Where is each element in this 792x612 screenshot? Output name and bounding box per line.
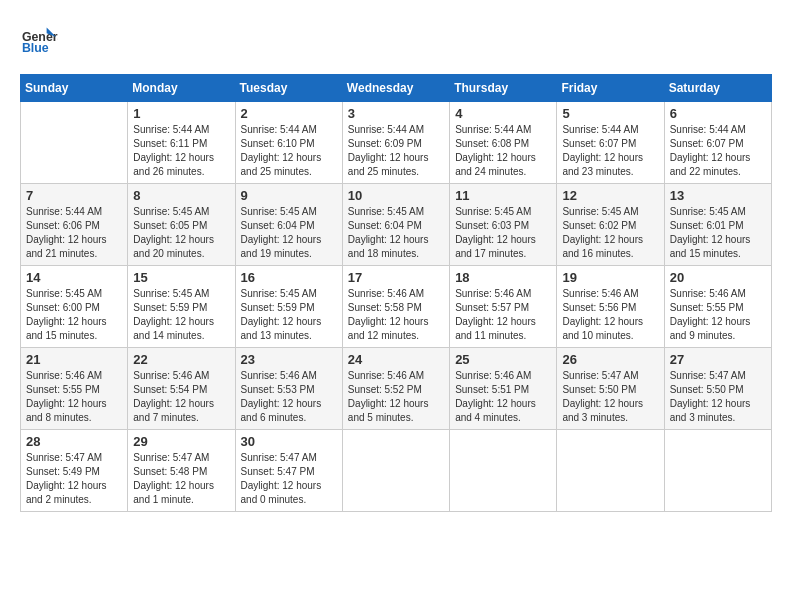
svg-text:Blue: Blue [22, 41, 49, 55]
calendar-week-5: 28Sunrise: 5:47 AM Sunset: 5:49 PM Dayli… [21, 430, 772, 512]
calendar-table: SundayMondayTuesdayWednesdayThursdayFrid… [20, 74, 772, 512]
calendar-cell: 18Sunrise: 5:46 AM Sunset: 5:57 PM Dayli… [450, 266, 557, 348]
day-number: 19 [562, 270, 658, 285]
day-info: Sunrise: 5:45 AM Sunset: 6:04 PM Dayligh… [348, 205, 444, 261]
calendar-cell: 1Sunrise: 5:44 AM Sunset: 6:11 PM Daylig… [128, 102, 235, 184]
day-number: 14 [26, 270, 122, 285]
logo-icon: General Blue [20, 20, 58, 58]
day-info: Sunrise: 5:44 AM Sunset: 6:06 PM Dayligh… [26, 205, 122, 261]
calendar-cell: 21Sunrise: 5:46 AM Sunset: 5:55 PM Dayli… [21, 348, 128, 430]
calendar-cell: 6Sunrise: 5:44 AM Sunset: 6:07 PM Daylig… [664, 102, 771, 184]
day-number: 26 [562, 352, 658, 367]
column-header-wednesday: Wednesday [342, 75, 449, 102]
day-info: Sunrise: 5:46 AM Sunset: 5:55 PM Dayligh… [670, 287, 766, 343]
calendar-week-2: 7Sunrise: 5:44 AM Sunset: 6:06 PM Daylig… [21, 184, 772, 266]
calendar-cell: 17Sunrise: 5:46 AM Sunset: 5:58 PM Dayli… [342, 266, 449, 348]
day-info: Sunrise: 5:44 AM Sunset: 6:09 PM Dayligh… [348, 123, 444, 179]
calendar-week-1: 1Sunrise: 5:44 AM Sunset: 6:11 PM Daylig… [21, 102, 772, 184]
day-number: 30 [241, 434, 337, 449]
day-number: 25 [455, 352, 551, 367]
day-number: 21 [26, 352, 122, 367]
day-info: Sunrise: 5:47 AM Sunset: 5:50 PM Dayligh… [670, 369, 766, 425]
column-header-friday: Friday [557, 75, 664, 102]
day-info: Sunrise: 5:46 AM Sunset: 5:52 PM Dayligh… [348, 369, 444, 425]
day-info: Sunrise: 5:44 AM Sunset: 6:08 PM Dayligh… [455, 123, 551, 179]
calendar-cell: 10Sunrise: 5:45 AM Sunset: 6:04 PM Dayli… [342, 184, 449, 266]
column-header-tuesday: Tuesday [235, 75, 342, 102]
day-info: Sunrise: 5:45 AM Sunset: 6:01 PM Dayligh… [670, 205, 766, 261]
day-info: Sunrise: 5:47 AM Sunset: 5:50 PM Dayligh… [562, 369, 658, 425]
day-number: 5 [562, 106, 658, 121]
day-number: 17 [348, 270, 444, 285]
day-info: Sunrise: 5:46 AM Sunset: 5:57 PM Dayligh… [455, 287, 551, 343]
calendar-cell: 28Sunrise: 5:47 AM Sunset: 5:49 PM Dayli… [21, 430, 128, 512]
day-number: 28 [26, 434, 122, 449]
column-header-thursday: Thursday [450, 75, 557, 102]
calendar-cell [21, 102, 128, 184]
day-info: Sunrise: 5:46 AM Sunset: 5:55 PM Dayligh… [26, 369, 122, 425]
page-header: General Blue [20, 20, 772, 58]
day-number: 24 [348, 352, 444, 367]
logo: General Blue [20, 20, 58, 58]
calendar-cell: 7Sunrise: 5:44 AM Sunset: 6:06 PM Daylig… [21, 184, 128, 266]
day-number: 20 [670, 270, 766, 285]
calendar-cell: 3Sunrise: 5:44 AM Sunset: 6:09 PM Daylig… [342, 102, 449, 184]
calendar-cell: 30Sunrise: 5:47 AM Sunset: 5:47 PM Dayli… [235, 430, 342, 512]
calendar-week-3: 14Sunrise: 5:45 AM Sunset: 6:00 PM Dayli… [21, 266, 772, 348]
calendar-cell [557, 430, 664, 512]
day-number: 6 [670, 106, 766, 121]
day-number: 2 [241, 106, 337, 121]
calendar-cell: 14Sunrise: 5:45 AM Sunset: 6:00 PM Dayli… [21, 266, 128, 348]
day-number: 10 [348, 188, 444, 203]
calendar-cell: 13Sunrise: 5:45 AM Sunset: 6:01 PM Dayli… [664, 184, 771, 266]
calendar-cell: 9Sunrise: 5:45 AM Sunset: 6:04 PM Daylig… [235, 184, 342, 266]
day-info: Sunrise: 5:46 AM Sunset: 5:58 PM Dayligh… [348, 287, 444, 343]
day-info: Sunrise: 5:47 AM Sunset: 5:48 PM Dayligh… [133, 451, 229, 507]
calendar-cell [450, 430, 557, 512]
day-info: Sunrise: 5:47 AM Sunset: 5:47 PM Dayligh… [241, 451, 337, 507]
day-number: 11 [455, 188, 551, 203]
calendar-cell [342, 430, 449, 512]
calendar-cell: 23Sunrise: 5:46 AM Sunset: 5:53 PM Dayli… [235, 348, 342, 430]
calendar-cell: 20Sunrise: 5:46 AM Sunset: 5:55 PM Dayli… [664, 266, 771, 348]
day-info: Sunrise: 5:46 AM Sunset: 5:53 PM Dayligh… [241, 369, 337, 425]
day-number: 23 [241, 352, 337, 367]
day-info: Sunrise: 5:46 AM Sunset: 5:51 PM Dayligh… [455, 369, 551, 425]
calendar-cell: 4Sunrise: 5:44 AM Sunset: 6:08 PM Daylig… [450, 102, 557, 184]
day-number: 15 [133, 270, 229, 285]
day-number: 18 [455, 270, 551, 285]
day-number: 9 [241, 188, 337, 203]
day-info: Sunrise: 5:44 AM Sunset: 6:07 PM Dayligh… [670, 123, 766, 179]
calendar-cell [664, 430, 771, 512]
calendar-cell: 16Sunrise: 5:45 AM Sunset: 5:59 PM Dayli… [235, 266, 342, 348]
day-number: 12 [562, 188, 658, 203]
day-info: Sunrise: 5:44 AM Sunset: 6:10 PM Dayligh… [241, 123, 337, 179]
day-info: Sunrise: 5:45 AM Sunset: 5:59 PM Dayligh… [241, 287, 337, 343]
day-number: 22 [133, 352, 229, 367]
day-info: Sunrise: 5:46 AM Sunset: 5:54 PM Dayligh… [133, 369, 229, 425]
day-number: 27 [670, 352, 766, 367]
calendar-cell: 22Sunrise: 5:46 AM Sunset: 5:54 PM Dayli… [128, 348, 235, 430]
day-number: 4 [455, 106, 551, 121]
calendar-cell: 5Sunrise: 5:44 AM Sunset: 6:07 PM Daylig… [557, 102, 664, 184]
column-header-monday: Monday [128, 75, 235, 102]
day-number: 29 [133, 434, 229, 449]
calendar-cell: 15Sunrise: 5:45 AM Sunset: 5:59 PM Dayli… [128, 266, 235, 348]
day-info: Sunrise: 5:45 AM Sunset: 6:02 PM Dayligh… [562, 205, 658, 261]
day-info: Sunrise: 5:44 AM Sunset: 6:07 PM Dayligh… [562, 123, 658, 179]
day-info: Sunrise: 5:45 AM Sunset: 6:00 PM Dayligh… [26, 287, 122, 343]
calendar-cell: 25Sunrise: 5:46 AM Sunset: 5:51 PM Dayli… [450, 348, 557, 430]
calendar-cell: 19Sunrise: 5:46 AM Sunset: 5:56 PM Dayli… [557, 266, 664, 348]
calendar-cell: 29Sunrise: 5:47 AM Sunset: 5:48 PM Dayli… [128, 430, 235, 512]
day-number: 13 [670, 188, 766, 203]
calendar-cell: 27Sunrise: 5:47 AM Sunset: 5:50 PM Dayli… [664, 348, 771, 430]
day-info: Sunrise: 5:45 AM Sunset: 6:03 PM Dayligh… [455, 205, 551, 261]
day-number: 16 [241, 270, 337, 285]
column-header-sunday: Sunday [21, 75, 128, 102]
calendar-cell: 12Sunrise: 5:45 AM Sunset: 6:02 PM Dayli… [557, 184, 664, 266]
calendar-cell: 11Sunrise: 5:45 AM Sunset: 6:03 PM Dayli… [450, 184, 557, 266]
day-info: Sunrise: 5:45 AM Sunset: 6:04 PM Dayligh… [241, 205, 337, 261]
calendar-cell: 8Sunrise: 5:45 AM Sunset: 6:05 PM Daylig… [128, 184, 235, 266]
day-number: 7 [26, 188, 122, 203]
day-info: Sunrise: 5:47 AM Sunset: 5:49 PM Dayligh… [26, 451, 122, 507]
